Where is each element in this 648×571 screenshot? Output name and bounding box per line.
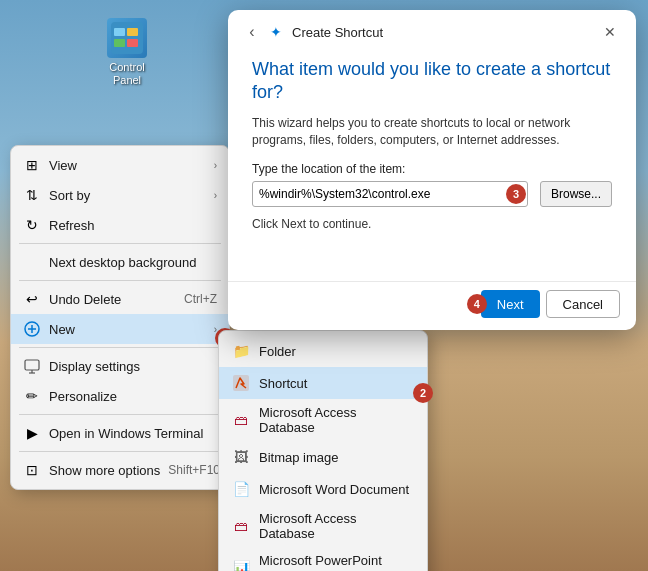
menu-item-more-options[interactable]: ⊡ Show more options Shift+F10	[11, 455, 229, 485]
access2-icon: 🗃	[231, 516, 251, 536]
svg-rect-3	[114, 39, 125, 47]
menu-item-next-bg[interactable]: Next desktop background	[11, 247, 229, 277]
arrow-icon: ›	[214, 190, 217, 201]
icon-image	[107, 18, 147, 58]
folder-icon: 📁	[231, 341, 251, 361]
menu-item-display[interactable]: Display settings	[11, 351, 229, 381]
bitmap-icon: 🖼	[231, 447, 251, 467]
icon-label: Control Panel	[95, 61, 159, 87]
shortcut-icon	[231, 373, 251, 393]
new-icon	[23, 320, 41, 338]
divider	[19, 243, 221, 244]
create-shortcut-wizard: ‹ ✦ Create Shortcut ✕ What item would yo…	[228, 10, 636, 330]
submenu-folder[interactable]: 📁 Folder	[219, 335, 427, 367]
undo-icon: ↩	[23, 290, 41, 308]
divider	[19, 280, 221, 281]
access-icon: 🗃	[231, 410, 251, 430]
menu-item-terminal[interactable]: ▶ Open in Windows Terminal	[11, 418, 229, 448]
divider	[19, 451, 221, 452]
menu-item-view[interactable]: ⊞ View ›	[11, 150, 229, 180]
new-submenu: 📁 Folder Shortcut 2 🗃 Microsoft Access D…	[218, 330, 428, 571]
wizard-titlebar: ‹ ✦ Create Shortcut ✕	[228, 10, 636, 50]
terminal-icon: ▶	[23, 424, 41, 442]
menu-item-sort-by[interactable]: ⇅ Sort by ›	[11, 180, 229, 210]
divider	[19, 414, 221, 415]
wizard-footer: 4 Next Cancel	[228, 281, 636, 330]
wizard-body: What item would you like to create a sho…	[228, 50, 636, 281]
wizard-input-row: 3 Browse...	[252, 181, 612, 207]
wizard-next-button[interactable]: Next	[481, 290, 540, 318]
word-icon: 📄	[231, 479, 251, 499]
view-icon: ⊞	[23, 156, 41, 174]
arrow-icon: ›	[214, 160, 217, 171]
control-panel-icon[interactable]: Control Panel	[95, 18, 159, 87]
display-icon	[23, 357, 41, 375]
svg-rect-8	[25, 360, 39, 370]
desktop: Control Panel ⊞ View › ⇅ Sort by › ↻ Ref…	[0, 0, 648, 571]
submenu-bitmap[interactable]: 🖼 Bitmap image	[219, 441, 427, 473]
wizard-browse-button[interactable]: Browse...	[540, 181, 612, 207]
menu-item-refresh[interactable]: ↻ Refresh	[11, 210, 229, 240]
submenu-access1[interactable]: 🗃 Microsoft Access Database	[219, 399, 427, 441]
submenu-word[interactable]: 📄 Microsoft Word Document	[219, 473, 427, 505]
wizard-input-label: Type the location of the item:	[252, 162, 612, 176]
svg-rect-2	[127, 28, 138, 36]
menu-item-undo[interactable]: ↩ Undo Delete Ctrl+Z	[11, 284, 229, 314]
divider	[19, 347, 221, 348]
svg-rect-11	[233, 375, 249, 391]
wizard-close-button[interactable]: ✕	[596, 18, 624, 46]
badge4-container: 4 Next	[481, 290, 540, 318]
wizard-location-input[interactable]	[252, 181, 528, 207]
menu-item-personalize[interactable]: ✏ Personalize	[11, 381, 229, 411]
submenu-shortcut[interactable]: Shortcut 2	[219, 367, 427, 399]
wizard-back-button[interactable]: ‹	[240, 20, 264, 44]
powerpoint-icon: 📊	[231, 558, 251, 571]
svg-rect-0	[111, 22, 143, 54]
refresh-icon: ↻	[23, 216, 41, 234]
svg-rect-4	[127, 39, 138, 47]
bg-icon	[23, 253, 41, 271]
step-badge-2: 2	[413, 383, 433, 403]
wizard-description: This wizard helps you to create shortcut…	[252, 115, 612, 149]
sort-icon: ⇅	[23, 186, 41, 204]
submenu-powerpoint[interactable]: 📊 Microsoft PowerPoint Presentation	[219, 547, 427, 571]
personalize-icon: ✏	[23, 387, 41, 405]
wizard-cancel-button[interactable]: Cancel	[546, 290, 620, 318]
menu-item-new[interactable]: New › 1	[11, 314, 229, 344]
more-icon: ⊡	[23, 461, 41, 479]
svg-rect-1	[114, 28, 125, 36]
submenu-access2[interactable]: 🗃 Microsoft Access Database	[219, 505, 427, 547]
badge3-label: 3	[506, 184, 526, 204]
wizard-heading: What item would you like to create a sho…	[252, 58, 612, 105]
context-menu: ⊞ View › ⇅ Sort by › ↻ Refresh Next desk…	[10, 145, 230, 490]
wizard-hint: Click Next to continue.	[252, 217, 612, 231]
wizard-star-icon: ✦	[270, 24, 286, 40]
wizard-title: Create Shortcut	[292, 25, 596, 40]
badge4-label: 4	[467, 294, 487, 314]
